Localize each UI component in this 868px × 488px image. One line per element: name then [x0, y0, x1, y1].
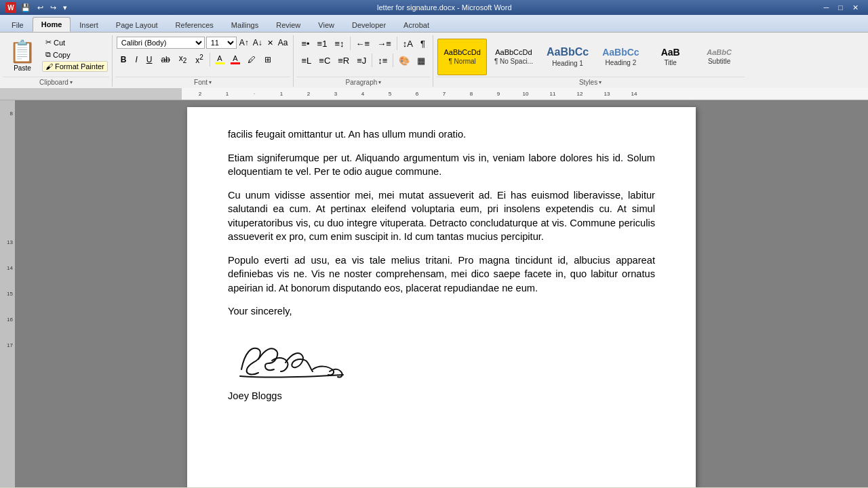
clear-formatting-btn[interactable]: ✕ — [265, 38, 275, 48]
divider-para-2 — [397, 37, 397, 50]
superscript-button[interactable]: x2 — [191, 52, 208, 66]
clipboard-group-content: 📋 Paste ✂ Cut ⧉ Copy 🖌 Format Painter — [3, 35, 109, 77]
document[interactable]: facilis feugait omittantur ut. An has ul… — [187, 107, 696, 487]
tab-insert[interactable]: Insert — [71, 17, 107, 32]
tab-pagelayout[interactable]: Page Layout — [107, 17, 167, 32]
tab-home[interactable]: Home — [33, 17, 71, 32]
multilevel-list-button[interactable]: ≡↕ — [331, 37, 347, 50]
strikethrough-button[interactable]: ab — [157, 54, 174, 66]
paste-button[interactable]: 📋 Paste — [4, 37, 41, 74]
undo-quick-btn[interactable]: ↩ — [35, 3, 45, 13]
change-case-btn[interactable]: Aa — [277, 37, 290, 48]
style-normal[interactable]: AaBbCcDd ¶ Normal — [437, 39, 486, 75]
clipboard-expand-icon[interactable]: ▾ — [70, 79, 73, 85]
title-bar: W 💾 ↩ ↪ ▾ letter for signature.docx - Mi… — [0, 0, 868, 15]
shading-button[interactable]: 🖊 — [243, 54, 260, 66]
paragraph-expand-icon[interactable]: ▾ — [378, 79, 381, 85]
align-right-button[interactable]: ≡R — [334, 54, 353, 67]
underline-button[interactable]: U — [142, 54, 157, 66]
line-spacing-button[interactable]: ↕≡ — [374, 54, 391, 67]
styles-expand-icon[interactable]: ▾ — [599, 79, 601, 85]
shading-para-button[interactable]: 🎨 — [395, 54, 413, 67]
signature-section: Joey Bloggs — [228, 332, 655, 403]
font-label: Font ▾ — [115, 77, 291, 87]
ruler-mark-13: 13 — [604, 91, 610, 97]
paragraph-3: Cu unum vidisse assentior mei, mei mutat… — [228, 188, 655, 244]
divider-para-1 — [350, 37, 351, 50]
paste-icon: 📋 — [9, 39, 36, 64]
tab-references[interactable]: References — [167, 17, 222, 32]
tab-developer[interactable]: Developer — [343, 17, 395, 32]
signature-image — [228, 332, 363, 383]
left-sidebar: 8 13 14 15 16 17 — [0, 100, 15, 487]
tab-review[interactable]: Review — [267, 17, 309, 32]
borders-button[interactable]: ⊞ — [260, 54, 275, 66]
paragraph-group-content: ≡• ≡1 ≡↕ ←≡ →≡ ↕A ¶ ≡L ≡C ≡R ≡J ↕≡ 🎨 ▦ — [296, 35, 430, 77]
borders-para-button[interactable]: ▦ — [414, 54, 429, 67]
customize-quick-btn[interactable]: ▾ — [61, 3, 69, 13]
show-formatting-button[interactable]: ¶ — [417, 37, 429, 50]
redo-quick-btn[interactable]: ↪ — [48, 3, 58, 13]
format-painter-button[interactable]: 🖌 Format Painter — [42, 61, 108, 72]
tab-file[interactable]: File — [3, 17, 33, 32]
minimize-btn[interactable]: ─ — [820, 3, 833, 13]
subscript-button[interactable]: x2 — [175, 52, 191, 66]
window-controls: ─ □ ✕ — [820, 3, 863, 13]
increase-font-btn[interactable]: A↑ — [238, 37, 250, 48]
decrease-indent-button[interactable]: ←≡ — [353, 37, 374, 50]
copy-icon: ⧉ — [45, 50, 51, 59]
text-color-dropdown[interactable]: A — [228, 53, 243, 66]
word-icon: W — [5, 2, 16, 13]
line-8: 8 — [10, 110, 15, 136]
style-heading1[interactable]: AaBbCc Heading 1 — [540, 39, 595, 75]
style-nospace-label: ¶ No Spaci... — [494, 58, 533, 65]
align-center-button[interactable]: ≡C — [315, 54, 334, 67]
tab-view[interactable]: View — [309, 17, 343, 32]
line-16: 16 — [7, 317, 15, 342]
copy-button[interactable]: ⧉ Copy — [42, 49, 108, 60]
style-title[interactable]: AaB Title — [647, 39, 694, 75]
font-expand-icon[interactable]: ▾ — [209, 79, 212, 85]
ruler-mark-9: 9 — [497, 91, 500, 97]
bold-button[interactable]: B — [117, 54, 131, 66]
decrease-font-btn[interactable]: A↓ — [252, 37, 264, 48]
font-name-selector[interactable]: Calibri (Body) — [117, 37, 205, 49]
highlight-button[interactable]: A — [212, 53, 227, 66]
list-row: ≡• ≡1 ≡↕ ←≡ →≡ ↕A ¶ — [298, 37, 428, 50]
maximize-btn[interactable]: □ — [834, 3, 847, 13]
bullets-button[interactable]: ≡• — [298, 37, 313, 50]
style-nospace[interactable]: AaBbCcDd ¶ No Spaci... — [488, 39, 539, 75]
main-area: 8 13 14 15 16 17 facilis feugait omittan… — [0, 100, 868, 487]
clipboard-sub-buttons: ✂ Cut ⧉ Copy 🖌 Format Painter — [42, 37, 108, 72]
tab-acrobat[interactable]: Acrobat — [395, 17, 438, 32]
italic-button[interactable]: I — [131, 54, 141, 66]
ruler-mark-6: 6 — [416, 91, 418, 97]
signer-name: Joey Bloggs — [228, 389, 655, 403]
increase-indent-button[interactable]: →≡ — [374, 37, 395, 50]
ruler-mark-3: 3 — [334, 91, 337, 97]
font-size-selector[interactable]: 11 — [206, 37, 237, 49]
style-heading2[interactable]: AaBbCc Heading 2 — [596, 39, 645, 75]
tab-mailings[interactable]: Mailings — [222, 17, 267, 32]
style-title-label: Title — [664, 59, 677, 66]
ruler-scale: 2 1 · 1 2 3 4 5 6 7 8 9 10 11 12 13 14 — [183, 88, 868, 100]
style-subtitle[interactable]: AaBbC Subtitle — [696, 39, 743, 75]
paste-label: Paste — [14, 64, 31, 72]
cut-button[interactable]: ✂ Cut — [42, 37, 108, 48]
ruler-mark-11: 11 — [550, 91, 556, 97]
line-13: 13 — [7, 239, 15, 265]
align-left-button[interactable]: ≡L — [298, 54, 315, 67]
save-quick-btn[interactable]: 💾 — [19, 3, 33, 13]
sort-button[interactable]: ↕A — [399, 37, 416, 50]
style-normal-label: ¶ Normal — [448, 58, 475, 65]
ruler-mark-12: 12 — [577, 91, 583, 97]
style-title-preview: AaB — [661, 47, 680, 58]
divider-1 — [210, 53, 210, 66]
ruler-mark-neg1: 1 — [226, 91, 229, 97]
justify-button[interactable]: ≡J — [353, 54, 370, 67]
close-btn[interactable]: ✕ — [848, 3, 863, 13]
style-subtitle-preview: AaBbC — [707, 48, 732, 56]
format-painter-icon: 🖌 — [45, 62, 53, 70]
numbering-button[interactable]: ≡1 — [314, 37, 331, 50]
font-selector-row: Calibri (Body) 11 A↑ A↓ ✕ Aa — [117, 37, 290, 49]
